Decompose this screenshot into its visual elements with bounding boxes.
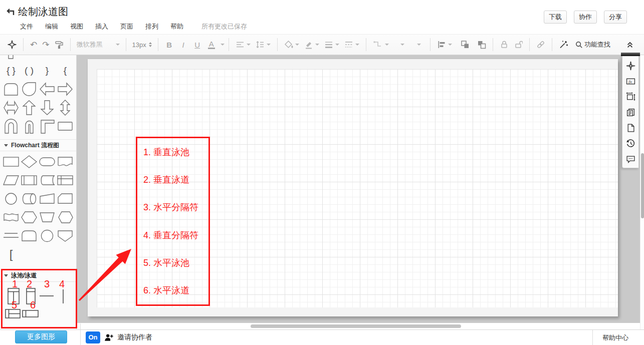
shape-block-arrow-up-down[interactable] [56, 98, 74, 117]
shape-stored-data[interactable] [38, 171, 56, 189]
swimlane-section-header[interactable]: 泳池/泳道 [0, 269, 76, 282]
link-icon[interactable] [536, 40, 545, 49]
shape-brace-open[interactable]: { [56, 61, 74, 80]
formula-fx-icon[interactable]: fx [623, 74, 638, 89]
shape-process-rect[interactable] [2, 152, 20, 171]
unlock-icon[interactable] [514, 40, 523, 49]
font-size-stepper[interactable]: 13px [132, 41, 152, 49]
horizontal-scrollbar[interactable] [81, 323, 640, 329]
download-button[interactable]: 下载 [544, 11, 567, 24]
save-status: 所有更改已保存 [201, 22, 247, 31]
more-shapes-button[interactable]: 更多图形 [15, 330, 67, 343]
line-spacing-icon[interactable] [256, 40, 271, 49]
shape-corner-shape[interactable] [38, 117, 56, 135]
bring-forward-icon[interactable] [461, 40, 470, 49]
collaboration-toggle[interactable]: On [86, 331, 100, 343]
underline-button[interactable]: U [194, 41, 201, 49]
navigator-compass-icon[interactable] [623, 58, 638, 74]
menu-file[interactable]: 文件 [20, 22, 33, 31]
vertical-scrollbar-thumb[interactable] [641, 153, 644, 218]
waypoints-dropdown[interactable] [398, 44, 404, 46]
font-family-select[interactable]: 微软雅黑 [77, 40, 120, 49]
bold-button[interactable]: B [166, 41, 173, 49]
shape-u-tube[interactable] [2, 117, 20, 135]
back-arrow-icon[interactable] [4, 7, 16, 19]
shape-vertical-separator[interactable] [62, 289, 65, 304]
line-weight-icon[interactable] [324, 40, 339, 49]
shape-direct-access-storage[interactable] [20, 189, 38, 208]
shape-decision-diamond[interactable] [20, 152, 38, 171]
shape-terminator-rounded[interactable] [38, 152, 56, 171]
shape-brace-pair[interactable]: { } [2, 61, 20, 80]
shape-block-arrow-up[interactable] [20, 98, 38, 117]
shape-internal-storage[interactable] [56, 171, 74, 189]
shape-block-arrow-left[interactable] [38, 80, 56, 98]
collaborate-button[interactable]: 协作 [574, 11, 597, 24]
horizontal-scrollbar-thumb[interactable] [251, 324, 461, 328]
connector-style-icon[interactable] [373, 40, 389, 49]
new-page-icon[interactable] [623, 120, 638, 136]
shape-manual-input[interactable] [38, 208, 56, 226]
align-objects-icon[interactable] [437, 40, 452, 49]
resize-page-icon[interactable] [623, 89, 638, 105]
menu-arrange[interactable]: 排列 [145, 22, 158, 31]
share-button[interactable]: 分享 [604, 11, 627, 24]
shape-document-wave[interactable] [56, 152, 74, 171]
shape-block-arrow-left-right[interactable] [2, 98, 20, 117]
shape-circle[interactable] [38, 226, 56, 245]
shape-rectangle[interactable] [56, 117, 74, 135]
magic-wand-icon[interactable] [559, 40, 568, 49]
panel-collapse-bar[interactable] [621, 53, 640, 56]
shape-open-bracket[interactable]: [ [2, 245, 20, 263]
shape-delay-rounded[interactable] [20, 226, 38, 245]
text-align-icon[interactable] [236, 40, 251, 49]
shape-card[interactable] [56, 189, 74, 208]
shape-data-parallelogram[interactable] [2, 171, 20, 189]
lock-icon[interactable] [500, 40, 509, 49]
canvas-tools-panel: fx [622, 56, 639, 168]
shape-predefined-process[interactable] [20, 171, 38, 189]
menu-view[interactable]: 视图 [70, 22, 83, 31]
feature-search[interactable]: 功能查找 [575, 40, 610, 49]
help-center-link[interactable]: 帮助中心 [602, 333, 628, 342]
shape-bracket-bottom[interactable] [2, 55, 20, 61]
shape-wave-flag[interactable] [2, 208, 20, 226]
invite-collaborators[interactable]: 邀请协作者 [104, 331, 152, 343]
shape-divider-lines[interactable] [2, 226, 20, 245]
shape-block-arrow-right[interactable] [56, 80, 74, 98]
format-painter-icon[interactable] [55, 40, 64, 49]
shape-preparation-hexagon[interactable] [20, 208, 38, 226]
menu-help[interactable]: 帮助 [170, 22, 183, 31]
shape-teardrop[interactable] [20, 80, 38, 98]
shape-off-page-connector[interactable] [56, 226, 74, 245]
shape-paren-pair[interactable]: ( ) [20, 61, 38, 80]
shape-connector-circle[interactable] [2, 189, 20, 208]
line-color-icon[interactable] [304, 40, 319, 49]
shape-block-arrow-down[interactable] [38, 98, 56, 117]
flowchart-section-header[interactable]: Flowchart 流程图 [0, 139, 76, 151]
font-color-button[interactable]: A [204, 40, 225, 49]
menu-edit[interactable]: 编辑 [45, 22, 58, 31]
shape-display-hexagon[interactable] [56, 208, 74, 226]
undo-icon[interactable]: ↶ [30, 40, 37, 50]
redo-icon[interactable]: ↷ [42, 40, 49, 50]
pages-outline-icon[interactable] [623, 105, 638, 120]
collapse-toolbar-icon[interactable] [626, 41, 634, 49]
shape-horizontal-separator[interactable] [39, 294, 54, 297]
fill-color-icon[interactable] [284, 40, 299, 49]
shape-horizontal-lane[interactable] [22, 310, 39, 318]
send-backward-icon[interactable] [477, 40, 486, 49]
shape-brace-close[interactable]: } [38, 61, 56, 80]
shape-rounded-top-rect[interactable] [2, 80, 20, 98]
shape-manual-operation[interactable] [38, 189, 56, 208]
italic-button[interactable]: I [180, 41, 187, 49]
menu-page[interactable]: 页面 [120, 22, 133, 31]
menu-insert[interactable]: 插入 [95, 22, 108, 31]
arrow-style-dropdown[interactable] [415, 44, 421, 46]
line-style-icon[interactable] [344, 40, 359, 49]
shape-u-tube-narrow[interactable] [20, 117, 38, 135]
magic-select-icon[interactable] [8, 40, 17, 49]
vertical-scrollbar[interactable] [640, 55, 644, 329]
comment-icon[interactable] [623, 151, 638, 167]
history-icon[interactable] [623, 136, 638, 151]
